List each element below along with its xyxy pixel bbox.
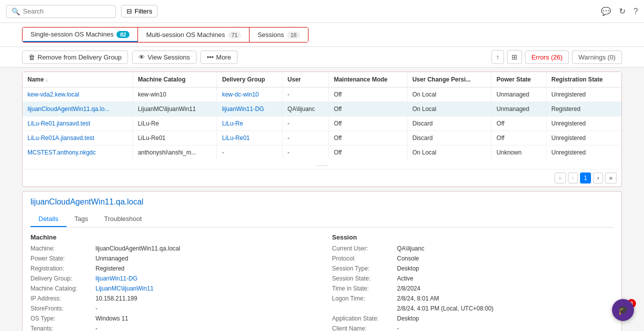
detail-section: lijuanCloudAgentWin11.qa.local Details T…	[22, 191, 622, 331]
detail-value: QA\lijuanc	[397, 245, 424, 252]
prev-page-button[interactable]: ‹	[568, 172, 578, 184]
table-cell[interactable]: LiLu-Re01.jiansavd.test	[22, 116, 132, 131]
tab-sessions[interactable]: Sessions 18	[250, 28, 308, 42]
table-row[interactable]: kew-vda2.kew.localkew-win10kew-dc-win10-…	[22, 88, 622, 102]
view-sessions-button[interactable]: 👁 View Sessions	[132, 50, 196, 64]
machine-detail-row: Machine Catalog:LijuanMC\lijuanWin11	[30, 285, 312, 292]
table-cell[interactable]: lijuanWin11-DG	[217, 102, 282, 116]
col-maintenance-mode[interactable]: Maintenance Mode	[328, 72, 407, 88]
help-icon-button[interactable]: ?	[634, 7, 638, 16]
more-icon: •••	[207, 54, 214, 61]
chat-icon-button[interactable]: 💬	[601, 6, 611, 16]
tab-single-session-label: Single-session OS Machines	[30, 30, 114, 38]
table-cell: Unmanaged	[492, 102, 546, 116]
search-input[interactable]	[23, 8, 98, 15]
table-cell: Off	[328, 88, 407, 102]
table-cell: On Local	[407, 102, 491, 116]
detail-tab-troubleshoot[interactable]: Troubleshoot	[96, 212, 150, 227]
export-icon-button[interactable]: ↑	[492, 50, 504, 64]
table-row[interactable]: LiLu-Re01A.jiansavd.testLiLu-Re01LiLu-Re…	[22, 131, 622, 146]
table-cell: Discard	[407, 131, 491, 146]
session-detail-row: 2/8/24, 4:01 PM (Local, UTC+08:00)	[332, 305, 614, 312]
table-cell[interactable]: LiLu-Re01A.jiansavd.test	[22, 131, 132, 146]
toolbar-left: 🗑 Remove from Delivery Group 👁 View Sess…	[22, 50, 238, 64]
col-registration-state[interactable]: Registration State	[546, 72, 622, 88]
filter-icon: ⊟	[126, 8, 132, 15]
last-page-button[interactable]: »	[605, 172, 616, 184]
detail-label: Machine:	[30, 245, 96, 252]
search-box: 🔍	[6, 5, 116, 18]
detail-title: lijuanCloudAgentWin11.qa.local	[30, 198, 614, 206]
help-button[interactable]: 🎓	[612, 299, 634, 321]
next-page-button[interactable]: ›	[593, 172, 603, 184]
detail-label: Tenants:	[30, 325, 96, 331]
columns-icon-button[interactable]: ⊞	[507, 50, 522, 64]
eye-icon: 👁	[138, 54, 145, 61]
col-power-state[interactable]: Power State	[492, 72, 546, 88]
table-cell[interactable]: MCSTEST.anthony.nkgdc	[22, 146, 132, 160]
table-cell: -	[282, 116, 329, 131]
table-cell: -	[282, 131, 329, 146]
trash-icon: 🗑	[28, 54, 35, 61]
machines-table-section: Name ↓ Machine Catalog Delivery Group Us…	[22, 72, 622, 187]
table-row[interactable]: MCSTEST.anthony.nkgdcanthonyshi\anshi_m.…	[22, 146, 622, 160]
col-machine-catalog[interactable]: Machine Catalog	[132, 72, 216, 88]
more-button[interactable]: ••• More	[200, 50, 238, 64]
detail-value: Unmanaged	[96, 255, 128, 262]
detail-tab-tags[interactable]: Tags	[66, 212, 96, 227]
table-cell: On Local	[407, 88, 491, 102]
errors-button[interactable]: Errors (26)	[525, 50, 569, 64]
table-cell: Off	[328, 102, 407, 116]
detail-value[interactable]: LijuanMC\lijuanWin11	[96, 285, 154, 292]
tab-multi-session-label: Multi-session OS Machines	[146, 31, 225, 38]
tab-multi-session[interactable]: Multi-session OS Machines 71	[138, 28, 250, 42]
warnings-button[interactable]: Warnings (0)	[572, 50, 622, 64]
col-name[interactable]: Name ↓	[22, 72, 132, 88]
resize-handle: .........	[22, 160, 622, 169]
table-cell: Off	[492, 131, 546, 146]
col-user[interactable]: User	[282, 72, 329, 88]
table-cell[interactable]: kew-dc-win10	[217, 88, 282, 102]
first-page-button[interactable]: «	[554, 172, 566, 184]
detail-value: Windows 11	[96, 315, 128, 322]
col-user-change-persi[interactable]: User Change Persi...	[407, 72, 491, 88]
table-cell: Unregistered	[546, 131, 622, 146]
filter-button[interactable]: ⊟ Filters	[121, 5, 158, 18]
tab-single-session[interactable]: Single-session OS Machines 82	[22, 28, 138, 42]
table-cell: On Local	[407, 146, 491, 160]
session-detail-row: Time in State:2/8/2024	[332, 285, 614, 292]
detail-label: StoreFronts:	[30, 305, 96, 312]
remove-delivery-group-button[interactable]: 🗑 Remove from Delivery Group	[22, 50, 128, 64]
table-cell: -	[282, 146, 329, 160]
table-cell: Off	[328, 131, 407, 146]
detail-value: Registered	[96, 265, 124, 272]
table-cell: QA\lijuanc	[282, 102, 329, 116]
col-delivery-group[interactable]: Delivery Group	[217, 72, 282, 88]
detail-value[interactable]: lijuanWin11-DG	[96, 275, 138, 282]
table-cell[interactable]: LiLu-Re	[217, 116, 282, 131]
session-detail-row: Client Name:-	[332, 325, 614, 331]
detail-tab-details[interactable]: Details	[30, 212, 66, 227]
machine-section-title: Machine	[30, 234, 312, 241]
table-cell: Off	[492, 116, 546, 131]
table-cell: Registered	[546, 102, 622, 116]
machine-detail-row: OS Type:Windows 11	[30, 315, 312, 322]
tab-multi-session-badge: 71	[228, 32, 241, 38]
detail-label: Machine Catalog:	[30, 285, 96, 292]
detail-label: Protocol:	[332, 255, 397, 262]
table-cell[interactable]: lijuanCloudAgentWin11.qa.lo...	[22, 102, 132, 116]
table-cell[interactable]: kew-vda2.kew.local	[22, 88, 132, 102]
detail-label: Logon Time:	[332, 295, 397, 302]
table-row[interactable]: LiLu-Re01.jiansavd.testLiLu-ReLiLu-Re-Of…	[22, 116, 622, 131]
detail-label: Session State:	[332, 275, 397, 282]
refresh-icon-button[interactable]: ↻	[619, 6, 626, 16]
machine-detail-row: Registration:Registered	[30, 265, 312, 272]
table-cell[interactable]: LiLu-Re01	[217, 131, 282, 146]
page-1-button[interactable]: 1	[580, 172, 592, 184]
detail-value: 2/8/24, 4:01 PM (Local, UTC+08:00)	[397, 305, 494, 312]
table-cell: kew-win10	[132, 88, 216, 102]
toolbar-right: ↑ ⊞ Errors (26) Warnings (0)	[492, 50, 622, 64]
machine-detail-row: Power State:Unmanaged	[30, 255, 312, 262]
table-row[interactable]: lijuanCloudAgentWin11.qa.lo...LijuanMC\l…	[22, 102, 622, 116]
detail-label: Registration:	[30, 265, 96, 272]
